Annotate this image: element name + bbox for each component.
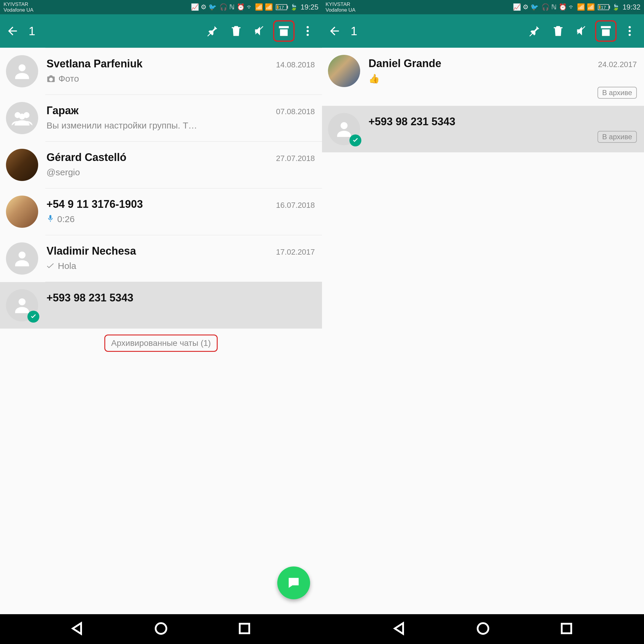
selection-toolbar: 1 <box>0 14 322 48</box>
svg-point-12 <box>340 122 347 129</box>
chat-list[interactable]: Daniel Grande 24.02.2017 👍 В архиве <box>322 48 644 614</box>
phone-left: KYIVSTAR Vodafone UA 📈 ⚙ 🐦 🎧 ℕ ⏰ ᯤ 📶 📶 1… <box>0 0 322 614</box>
chat-subtitle: 👍 <box>369 73 380 84</box>
chat-date: 07.08.2018 <box>276 107 315 116</box>
archive-badge: В архиве <box>597 131 637 143</box>
menu-button[interactable] <box>297 20 318 42</box>
delete-button[interactable] <box>225 20 247 42</box>
chat-date: 24.02.2017 <box>598 60 637 69</box>
svg-rect-14 <box>240 624 249 633</box>
chat-name: +54 9 11 3176-1903 <box>47 198 143 210</box>
selection-check-icon <box>349 134 361 146</box>
pin-button[interactable] <box>524 20 545 42</box>
menu-button[interactable] <box>619 20 640 42</box>
chat-subtitle: Фото <box>58 74 79 84</box>
back-button[interactable] <box>326 20 343 42</box>
eco-icon: 🍃 <box>290 4 298 11</box>
chat-date: 16.07.2018 <box>276 201 315 210</box>
avatar-placeholder[interactable] <box>328 113 360 145</box>
carrier-1: KYIVSTAR <box>4 2 33 7</box>
chat-row[interactable]: Гараж 07.08.2018 Вы изменили настройки г… <box>0 95 322 141</box>
status-bar: KYIVSTAR Vodafone UA 📈 ⚙ 🐦 🎧 ℕ ⏰ ᯤ 📶 📶 1… <box>0 0 322 14</box>
chat-row[interactable]: Daniel Grande 24.02.2017 👍 В архиве <box>322 48 644 106</box>
chat-name: Гараж <box>47 104 79 117</box>
svg-point-2 <box>306 34 309 36</box>
battery-icon: 17 <box>598 4 609 10</box>
chat-name: Svetlana Parfeniuk <box>47 58 143 70</box>
pin-button[interactable] <box>202 20 223 42</box>
status-system-icons: 🎧 ℕ ⏰ ᯤ 📶 📶 <box>541 3 595 11</box>
selection-count: 1 <box>343 24 524 38</box>
unarchive-button[interactable] <box>595 20 617 42</box>
chat-subtitle: @sergio <box>47 167 80 177</box>
avatar-placeholder[interactable] <box>6 289 38 321</box>
svg-point-11 <box>628 34 631 36</box>
svg-point-15 <box>478 623 488 634</box>
svg-point-1 <box>306 30 309 32</box>
new-chat-fab[interactable] <box>277 566 310 599</box>
mute-button[interactable] <box>249 20 271 42</box>
selection-check-icon <box>27 311 39 323</box>
chat-name: Vladimir Nechesa <box>47 245 136 257</box>
nav-back-button[interactable] <box>70 621 85 637</box>
camera-icon <box>47 75 55 83</box>
chat-date: 17.02.2017 <box>276 247 315 257</box>
svg-point-3 <box>18 64 25 71</box>
archive-badge: В архиве <box>597 87 637 99</box>
chat-subtitle: Hola <box>58 261 76 271</box>
chat-row[interactable]: Gérard Castelló 27.07.2018 @sergio <box>0 142 322 188</box>
chat-subtitle: Вы изменили настройки группы. Т… <box>47 120 197 131</box>
chat-row[interactable]: Vladimir Nechesa 17.02.2017 Hola <box>0 235 322 282</box>
clock: 19:25 <box>301 3 318 11</box>
svg-point-0 <box>306 26 309 28</box>
chat-date: 27.07.2018 <box>276 154 315 163</box>
delete-button[interactable] <box>547 20 569 42</box>
nav-home-button[interactable] <box>154 621 168 637</box>
avatar-placeholder[interactable] <box>6 55 38 87</box>
mute-button[interactable] <box>571 20 593 42</box>
carrier-2: Vodafone UA <box>4 7 33 13</box>
chat-date: 14.08.2018 <box>276 60 315 69</box>
chat-name: +593 98 231 5343 <box>47 292 133 304</box>
battery-icon: 17 <box>276 4 287 10</box>
avatar-photo[interactable] <box>328 55 360 87</box>
selection-toolbar: 1 <box>322 14 644 48</box>
chat-name: +593 98 231 5343 <box>369 115 455 128</box>
status-indicator-icons: 📈 ⚙ 🐦 <box>191 3 216 11</box>
back-button[interactable] <box>4 20 21 42</box>
status-system-icons: 🎧 ℕ ⏰ ᯤ 📶 📶 <box>219 3 273 11</box>
avatar-photo[interactable] <box>6 149 38 181</box>
chat-subtitle: 0:26 <box>57 214 75 224</box>
chat-name: Daniel Grande <box>369 57 441 70</box>
chat-row[interactable]: +54 9 11 3176-1903 16.07.2018 0:26 <box>0 188 322 235</box>
phone-right: KYIVSTAR Vodafone UA 📈 ⚙ 🐦 🎧 ℕ ⏰ ᯤ 📶 📶 1… <box>322 0 644 614</box>
avatar-group[interactable] <box>6 102 38 134</box>
clock: 19:32 <box>623 3 640 11</box>
status-bar: KYIVSTAR Vodafone UA 📈 ⚙ 🐦 🎧 ℕ ⏰ ᯤ 📶 📶 1… <box>322 0 644 14</box>
mic-icon <box>47 214 54 224</box>
svg-point-10 <box>628 30 631 32</box>
nav-recent-button[interactable] <box>559 621 574 637</box>
avatar-photo[interactable] <box>6 196 38 228</box>
nav-back-button[interactable] <box>392 621 407 637</box>
status-indicator-icons: 📈 ⚙ 🐦 <box>513 3 538 11</box>
chat-row[interactable]: Svetlana Parfeniuk 14.08.2018 Фото <box>0 48 322 95</box>
svg-point-13 <box>156 623 166 634</box>
avatar-placeholder[interactable] <box>6 242 38 275</box>
eco-icon: 🍃 <box>612 4 620 11</box>
carrier-1: KYIVSTAR <box>326 2 355 7</box>
selection-count: 1 <box>21 24 202 38</box>
nav-home-button[interactable] <box>476 621 490 637</box>
svg-point-8 <box>18 298 25 305</box>
sent-tick-icon <box>47 261 55 271</box>
chat-list[interactable]: Svetlana Parfeniuk 14.08.2018 Фото Гараж… <box>0 48 322 614</box>
archive-button[interactable] <box>273 20 295 42</box>
svg-point-7 <box>18 252 25 258</box>
chat-name: Gérard Castelló <box>47 151 126 164</box>
chat-row-selected[interactable]: +593 98 231 5343 <box>0 282 322 329</box>
archived-chats-link[interactable]: Архивированные чаты (1) <box>104 335 218 352</box>
svg-point-6 <box>19 114 25 120</box>
svg-rect-16 <box>562 624 571 633</box>
chat-row-selected[interactable]: +593 98 231 5343 В архиве <box>322 106 644 152</box>
nav-recent-button[interactable] <box>237 621 252 637</box>
